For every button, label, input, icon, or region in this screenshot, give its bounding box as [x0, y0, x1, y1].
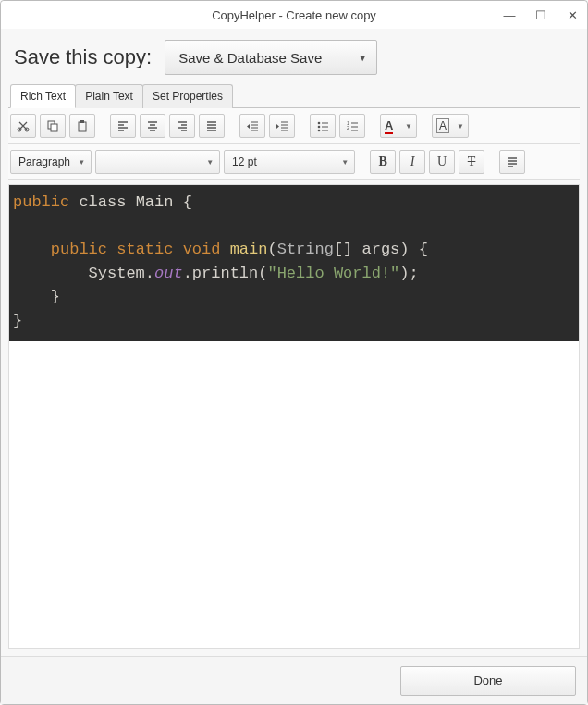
- chevron-down-icon: ▼: [341, 158, 349, 167]
- align-right-icon: [176, 119, 189, 132]
- save-mode-value: Save & Database Save: [178, 50, 322, 66]
- outdent-button[interactable]: [239, 114, 265, 138]
- highlight-icon: A: [436, 118, 449, 133]
- bold-button[interactable]: B: [370, 150, 396, 174]
- chevron-down-icon: ▼: [206, 158, 214, 167]
- text-color-button[interactable]: A ▼: [380, 114, 417, 138]
- paste-icon: [76, 119, 89, 132]
- font-size-value: 12 pt: [232, 155, 257, 168]
- tab-plain-text[interactable]: Plain Text: [75, 84, 143, 108]
- bullet-list-button[interactable]: [310, 114, 336, 138]
- indent-button[interactable]: [269, 114, 295, 138]
- window-controls: — ☐ ✕: [500, 1, 582, 29]
- block-format-combo[interactable]: Paragraph ▼: [10, 150, 92, 174]
- align-left-icon: [116, 119, 129, 132]
- text-color-icon: A: [385, 118, 393, 134]
- align-center-icon: [146, 119, 159, 132]
- svg-point-6: [318, 122, 321, 125]
- svg-rect-3: [51, 124, 57, 131]
- svg-text:2: 2: [347, 125, 349, 130]
- svg-point-8: [318, 130, 321, 132]
- indent-icon: [276, 119, 288, 132]
- toolbar-row-2: Paragraph ▼ ▼ 12 pt ▼ B I U T: [8, 144, 580, 180]
- highlight-button[interactable]: A ▼: [432, 114, 469, 138]
- footer: Done: [1, 656, 587, 704]
- copy-icon: [46, 119, 59, 132]
- titlebar: CopyHelper - Create new copy — ☐ ✕: [1, 1, 587, 29]
- clear-format-button[interactable]: [499, 150, 525, 174]
- font-size-combo[interactable]: 12 pt ▼: [224, 150, 355, 174]
- copy-button[interactable]: [40, 114, 66, 138]
- minimize-button[interactable]: —: [500, 8, 519, 22]
- numbered-list-icon: 12: [346, 119, 359, 132]
- cut-button[interactable]: [10, 114, 36, 138]
- app-window: CopyHelper - Create new copy — ☐ ✕ Save …: [0, 0, 588, 705]
- italic-icon: I: [410, 155, 415, 169]
- svg-rect-5: [80, 120, 84, 123]
- block-format-value: Paragraph: [18, 155, 70, 168]
- clear-format-icon: [506, 155, 519, 168]
- tab-bar: Rich Text Plain Text Set Properties: [8, 84, 580, 108]
- bold-icon: B: [378, 155, 386, 169]
- done-button[interactable]: Done: [400, 666, 576, 696]
- save-label: Save this copy:: [14, 45, 152, 69]
- svg-point-7: [318, 126, 321, 129]
- underline-icon: U: [437, 155, 447, 169]
- chevron-down-icon: ▼: [358, 53, 367, 63]
- chevron-down-icon: ▼: [78, 158, 85, 167]
- tab-set-properties[interactable]: Set Properties: [142, 84, 233, 108]
- align-center-button[interactable]: [140, 114, 165, 138]
- svg-rect-4: [79, 122, 86, 131]
- font-family-combo[interactable]: ▼: [95, 150, 220, 174]
- tab-rich-text[interactable]: Rich Text: [10, 84, 76, 108]
- strike-icon: T: [468, 155, 476, 169]
- italic-button[interactable]: I: [399, 150, 425, 174]
- align-justify-icon: [205, 119, 218, 132]
- outdent-icon: [246, 119, 259, 132]
- align-justify-button[interactable]: [199, 114, 225, 138]
- window-title: CopyHelper - Create new copy: [212, 8, 376, 22]
- save-row: Save this copy: Save & Database Save ▼: [8, 29, 580, 84]
- chevron-down-icon: ▼: [457, 122, 464, 130]
- align-right-button[interactable]: [169, 114, 195, 138]
- save-mode-combo[interactable]: Save & Database Save ▼: [165, 40, 377, 75]
- content-area: Save this copy: Save & Database Save ▼ R…: [1, 29, 587, 656]
- close-button[interactable]: ✕: [563, 8, 582, 22]
- chevron-down-icon: ▼: [405, 122, 412, 130]
- code-content: public class Main { public static void m…: [9, 185, 579, 341]
- scissors-icon: [17, 119, 30, 132]
- editor-area[interactable]: public class Main { public static void m…: [8, 184, 580, 649]
- bullet-list-icon: [316, 119, 329, 132]
- numbered-list-button[interactable]: 12: [339, 114, 365, 138]
- maximize-button[interactable]: ☐: [532, 8, 550, 22]
- align-left-button[interactable]: [110, 114, 136, 138]
- toolbar-row-1: 12 A ▼ A ▼: [8, 108, 580, 144]
- underline-button[interactable]: U: [429, 150, 455, 174]
- strikethrough-button[interactable]: T: [459, 150, 484, 174]
- paste-button[interactable]: [69, 114, 95, 138]
